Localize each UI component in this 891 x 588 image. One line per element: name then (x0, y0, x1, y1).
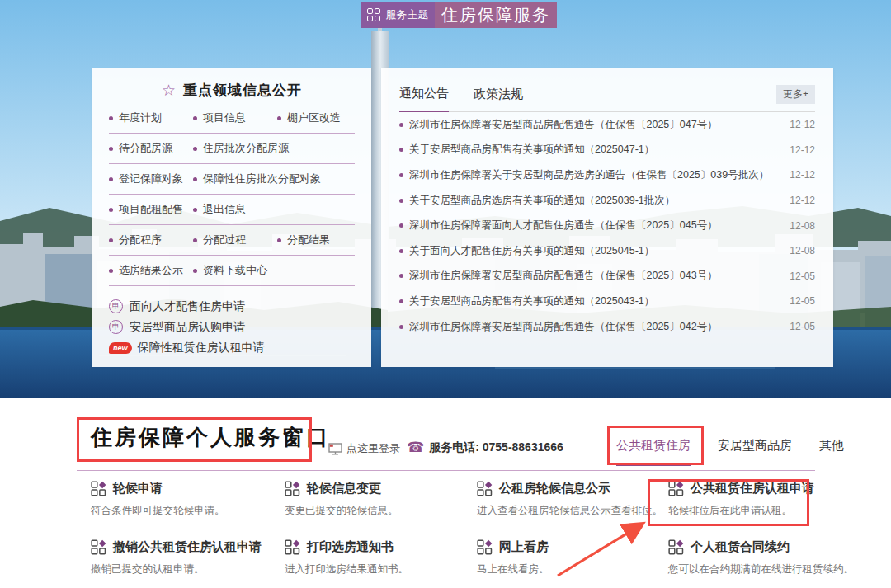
service-waitlist-change[interactable]: 轮候信息变更 变更已提交的轮候信息。 (285, 481, 477, 518)
notice-item[interactable]: 深圳市住房保障署关于安居型商品房选房的通告（住保售〔2025〕039号批次）12… (399, 162, 815, 188)
bullet-icon (399, 199, 403, 203)
info-link-row: 项目配租配售 退出信息 (109, 195, 355, 225)
key-info-title: ☆重点领域信息公开 (109, 68, 355, 103)
notice-list: 深圳市住房保障署安居型商品房配售通告（住保售〔2025〕047号）12-12 关… (399, 112, 815, 339)
service-grid: 轮候申请 符合条件即可提交轮候申请。 轮候信息变更 变更已提交的轮候信息。 公租… (91, 481, 827, 576)
service-phone: ☎ 服务电话: 0755-88631666 (407, 439, 563, 456)
seal-icon: 申 (109, 299, 123, 313)
link-download-center[interactable]: 资料下载中心 (193, 263, 276, 278)
seal-icon: 申 (109, 320, 123, 334)
notice-tabs: 通知公告 政策法规 更多+ (399, 68, 815, 112)
bullet-icon (193, 177, 197, 181)
service-contract-renewal[interactable]: 个人租赁合同续约 您可以在合约期满前在线进行租赁续约。 (668, 539, 854, 576)
bullet-icon (193, 147, 197, 151)
apply-rental-housing[interactable]: new 保障性租赁住房认租申请 (109, 337, 355, 358)
bullet-icon (277, 238, 281, 242)
service-grid-icon (668, 539, 684, 555)
info-link-row: 选房结果公示 资料下载中心 (109, 256, 355, 286)
bullet-icon (193, 269, 197, 273)
bullet-icon (193, 208, 197, 212)
new-badge: new (109, 342, 132, 354)
notice-item[interactable]: 深圳市住房保障署安居型商品房配售通告（住保售〔2025〕043号）12-05 (399, 264, 815, 289)
page-title: 住房保障服务 (435, 2, 557, 28)
notice-item[interactable]: 关于安居型商品房选房有关事项的通知（2025039-1批次）12-12 (399, 188, 815, 214)
bullet-icon (109, 208, 113, 212)
link-allocation-process[interactable]: 分配过程 (193, 233, 276, 247)
link-batch-housing[interactable]: 住房批次分配房源 (193, 141, 289, 156)
bullet-icon (399, 173, 403, 177)
link-project-info[interactable]: 项目信息 (193, 111, 276, 125)
notice-item[interactable]: 深圳市住房保障署安居型商品房配售通告（住保售〔2025〕047号）12-12 (399, 112, 815, 138)
bullet-icon (399, 249, 403, 253)
bullet-icon (399, 325, 403, 329)
service-grid-icon (668, 481, 684, 496)
notice-item[interactable]: 关于安居型商品房配售有关事项的通知（2025043-1）12-05 (399, 289, 815, 314)
more-button[interactable]: 更多+ (776, 85, 815, 104)
login-link[interactable]: 点这里登录 (328, 441, 400, 456)
link-shantytown[interactable]: 棚户区改造 (277, 111, 360, 125)
bullet-icon (109, 147, 113, 151)
notice-item[interactable]: 深圳市住房保障署安居型商品房配售通告（住保售〔2025〕042号）12-05 (399, 314, 815, 340)
link-registered-targets[interactable]: 登记保障对象 (109, 172, 191, 186)
link-batch-targets[interactable]: 保障性住房批次分配对象 (193, 172, 321, 186)
monitor-icon (328, 443, 342, 455)
link-allocation-result[interactable]: 分配结果 (277, 233, 360, 247)
service-grid-icon (477, 539, 493, 555)
bullet-icon (109, 238, 113, 242)
service-online-viewing[interactable]: 网上看房 马上在线看房。 (477, 539, 668, 576)
notice-item[interactable]: 关于面向人才配售住房有关事项的通知（2025045-1）12-08 (399, 238, 815, 264)
tab-public-rental[interactable]: 公共租赁住房 (616, 438, 691, 466)
apply-talent-housing[interactable]: 申 面向人才配售住房申请 (109, 296, 355, 317)
info-link-row: 待分配房源 住房批次分配房源 (109, 134, 355, 164)
service-waitlist-apply[interactable]: 轮候申请 符合条件即可提交轮候申请。 (91, 481, 285, 518)
service-cancel-rental-apply[interactable]: 撤销公共租赁住房认租申请 撤销已提交的认租申请。 (91, 539, 285, 576)
link-selection-result[interactable]: 选房结果公示 (109, 263, 191, 278)
bullet-icon (399, 223, 403, 228)
notice-item[interactable]: 关于安居型商品房配售有关事项的通知（2025047-1）12-12 (399, 138, 815, 163)
bullet-icon (109, 269, 113, 273)
star-icon: ☆ (162, 82, 177, 99)
notice-panel: 通知公告 政策法规 更多+ 深圳市住房保障署安居型商品房配售通告（住保售〔202… (381, 68, 833, 367)
bullet-icon (109, 116, 113, 120)
tab-policies[interactable]: 政策法规 (474, 87, 523, 111)
info-link-row: 分配程序 分配过程 分配结果 (109, 225, 355, 256)
apply-links: 申 面向人才配售住房申请 申 安居型商品房认购申请 new 保障性租赁住房认租申… (109, 296, 355, 358)
phone-icon: ☎ (407, 439, 424, 456)
service-topic-button[interactable]: 服务主题 (361, 2, 435, 28)
page-header: 服务主题 住房保障服务 (361, 2, 557, 28)
bullet-icon (277, 116, 281, 120)
tab-affordable-commodity[interactable]: 安居型商品房 (718, 438, 792, 466)
page: 服务主题 住房保障服务 ☆重点领域信息公开 年度计划 项目信息 棚户区改造 待分… (0, 0, 891, 588)
service-grid-icon (91, 481, 106, 496)
info-link-row: 年度计划 项目信息 棚户区改造 (109, 103, 355, 134)
bullet-icon (399, 123, 403, 127)
key-info-panel: ☆重点领域信息公开 年度计划 项目信息 棚户区改造 待分配房源 住房批次分配房源… (92, 68, 371, 367)
section-divider (77, 470, 815, 471)
service-grid-icon (285, 481, 300, 496)
info-link-row: 登记保障对象 保障性住房批次分配对象 (109, 164, 355, 195)
grid-menu-icon (367, 8, 380, 21)
link-allocation-procedure[interactable]: 分配程序 (109, 233, 191, 247)
link-annual-plan[interactable]: 年度计划 (109, 111, 191, 125)
link-project-allocation[interactable]: 项目配租配售 (109, 202, 191, 217)
personal-service-section: 住房保障个人服务窗口 点这里登录 ☎ 服务电话: 0755-88631666 公… (0, 398, 891, 588)
bullet-icon (399, 148, 403, 152)
apply-affordable-housing[interactable]: 申 安居型商品房认购申请 (109, 317, 355, 337)
service-waitlist-publicity[interactable]: 公租房轮候信息公示 进入查看公租房轮候信息公示查看排位。 (477, 481, 668, 518)
tab-notices[interactable]: 通知公告 (399, 86, 449, 112)
bullet-icon (399, 299, 403, 303)
tab-other[interactable]: 其他 (819, 438, 844, 466)
service-section-title: 住房保障个人服务窗口 (91, 423, 330, 452)
bullet-icon (193, 116, 197, 120)
bullet-icon (109, 177, 113, 181)
service-grid-icon (91, 539, 106, 555)
link-exit-info[interactable]: 退出信息 (193, 202, 276, 217)
service-rental-apply[interactable]: 公共租赁住房认租申请 轮候排位后在此申请认租。 (668, 481, 854, 518)
bullet-icon (399, 274, 403, 278)
bullet-icon (193, 238, 197, 242)
notice-item[interactable]: 深圳市住房保障署面向人才配售住房通告（住保售〔2025〕045号）12-08 (399, 213, 815, 238)
service-grid-icon (285, 539, 300, 555)
link-pending-housing[interactable]: 待分配房源 (109, 141, 191, 156)
service-grid-icon (477, 481, 493, 496)
service-print-notice[interactable]: 打印选房通知书 进入打印选房结果通知书。 (285, 539, 477, 576)
